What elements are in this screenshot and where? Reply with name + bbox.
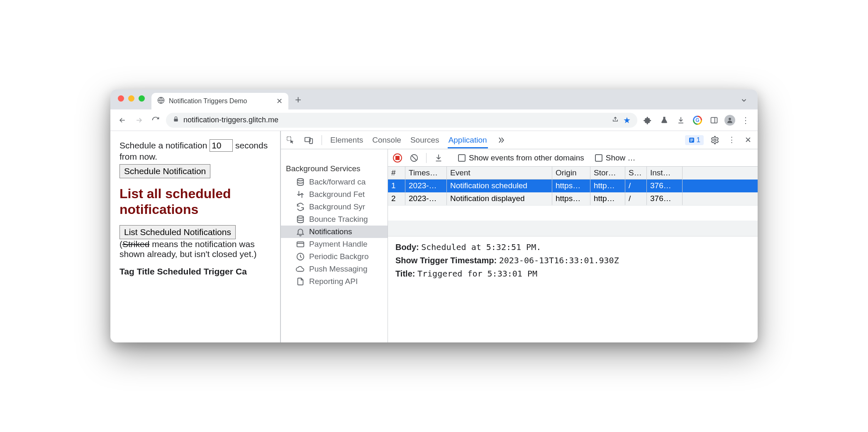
cell-sw: / [625,192,647,205]
profile-avatar[interactable] [724,115,735,126]
devtools-menu-icon[interactable]: ⋮ [726,135,737,146]
share-icon[interactable] [612,115,619,125]
schedule-notification-button[interactable]: Schedule Notification [119,164,210,178]
cell-timestamp: 2023-… [405,180,447,192]
col-num[interactable]: # [388,167,405,180]
page-heading: List all scheduled notifications [119,186,271,218]
cell-sw: / [625,180,647,192]
col-sw[interactable]: S… [625,167,647,180]
svg-rect-2 [711,117,717,123]
cell-num: 1 [388,180,405,192]
bookmark-icon[interactable]: ★ [623,115,631,125]
close-window-button[interactable] [118,95,124,102]
sidebar-item-label: Background Fet [309,190,365,199]
show-checkbox[interactable]: Show … [595,153,636,163]
tab-strip: Notification Triggers Demo ✕ + [110,90,758,109]
reload-button[interactable] [149,114,162,126]
detail-title-value: Triggered for 5:33:01 PM [417,269,537,279]
table-empty-rows [388,205,758,236]
svg-point-8 [714,139,716,141]
separator [426,153,427,163]
new-tab-button[interactable]: + [291,92,305,109]
sidebar-item-background-sync[interactable]: Background Syr [281,201,388,213]
maximize-window-button[interactable] [139,95,145,102]
col-event[interactable]: Event [447,167,552,180]
note-struck: Striked [122,239,149,249]
clear-icon[interactable] [409,153,419,163]
separator [322,135,322,145]
more-tabs-icon[interactable] [495,135,506,146]
svg-rect-4 [287,136,291,140]
schedule-text-pre: Schedule a notification [119,141,207,150]
back-button[interactable] [116,114,129,126]
tab-elements[interactable]: Elements [329,132,364,148]
col-tag: Tag [119,267,134,277]
col-storage[interactable]: Stor… [590,167,625,180]
show-events-checkbox[interactable]: Show events from other domains [458,153,584,163]
table-header-row: # Times… Event Origin Stor… S… Inst… [388,167,758,180]
side-panel-icon[interactable] [708,114,720,126]
lock-icon [173,116,179,124]
inspect-icon[interactable] [285,135,296,146]
sidebar-item-label: Reporting API [309,277,358,286]
col-instance[interactable]: Inst… [647,167,683,180]
checkbox-icon [458,154,466,162]
extensions-icon[interactable] [641,114,654,126]
col-timestamp[interactable]: Times… [405,167,447,180]
seconds-input[interactable] [210,139,233,152]
sidebar-item-notifications[interactable]: Notifications [281,226,388,238]
table-row[interactable]: 2 2023-… Notification displayed https… h… [388,192,758,205]
forward-button[interactable] [133,114,145,126]
tab-console[interactable]: Console [371,132,402,148]
kebab-menu-button[interactable]: ⋮ [739,114,752,126]
sidebar-item-label: Periodic Backgro [309,252,369,261]
record-button[interactable] [393,153,402,163]
sidebar-item-label: Payment Handle [309,240,367,249]
sidebar-item-bounce-tracking[interactable]: Bounce Tracking [281,213,388,226]
detail-body-value: Scheduled at 5:32:51 PM. [421,242,541,252]
downloads-icon[interactable] [675,114,687,126]
sidebar-item-back-forward-cache[interactable]: Back/forward ca [281,176,388,188]
sidebar-item-push-messaging[interactable]: Push Messaging [281,263,388,275]
checkbox-label: Show … [606,153,636,163]
browser-tab[interactable]: Notification Triggers Demo ✕ [151,93,288,109]
sidebar-item-label: Back/forward ca [309,177,366,187]
detail-ts-value: 2023-06-13T16:33:01.930Z [499,255,619,265]
events-toolbar: Show events from other domains Show … [388,149,758,167]
url-text: notification-triggers.glitch.me [183,116,278,124]
application-main: Show events from other domains Show … # … [388,149,758,342]
events-table: # Times… Event Origin Stor… S… Inst… 1 2… [388,167,758,236]
close-devtools-icon[interactable]: ✕ [743,135,753,146]
window-controls [115,90,149,109]
flask-icon[interactable] [658,114,671,126]
sidebar-item-label: Bounce Tracking [309,215,368,224]
sidebar-item-reporting-api[interactable]: Reporting API [281,275,388,288]
event-details: Body: Scheduled at 5:32:51 PM. Show Trig… [388,236,758,288]
cell-event: Notification displayed [447,192,552,205]
tab-application[interactable]: Application [448,132,488,148]
close-tab-button[interactable]: ✕ [276,97,283,106]
table-row[interactable]: 1 2023-… Notification scheduled https… h… [388,180,758,192]
save-icon[interactable] [433,153,444,163]
google-account-icon[interactable] [691,114,704,126]
devtools-tabbar: Elements Console Sources Application 1 ⋮ [281,131,758,149]
application-sidebar: Background Services Back/forward ca Back… [281,149,388,342]
address-bar[interactable]: notification-triggers.glitch.me ★ [166,113,637,128]
list-note: (Striked means the notification was show… [119,239,271,259]
sidebar-item-periodic-background[interactable]: Periodic Backgro [281,250,388,263]
device-toolbar-icon[interactable] [303,135,314,146]
svg-point-9 [297,179,304,181]
web-page: Schedule a notification seconds from now… [110,131,280,342]
tab-sources[interactable]: Sources [410,132,440,148]
issues-badge[interactable]: 1 [685,135,704,145]
sidebar-item-background-fetch[interactable]: Background Fet [281,188,388,201]
list-scheduled-button[interactable]: List Scheduled Notifications [119,225,236,239]
checkbox-icon [595,154,602,162]
sidebar-item-payment-handler[interactable]: Payment Handle [281,238,388,250]
col-origin[interactable]: Origin [552,167,590,180]
note-open: ( [119,239,122,249]
settings-icon[interactable] [710,135,720,146]
tabs-dropdown-button[interactable] [740,97,753,109]
notifications-table-header: Tag Title Scheduled Trigger Ca [119,267,271,277]
minimize-window-button[interactable] [128,95,134,102]
